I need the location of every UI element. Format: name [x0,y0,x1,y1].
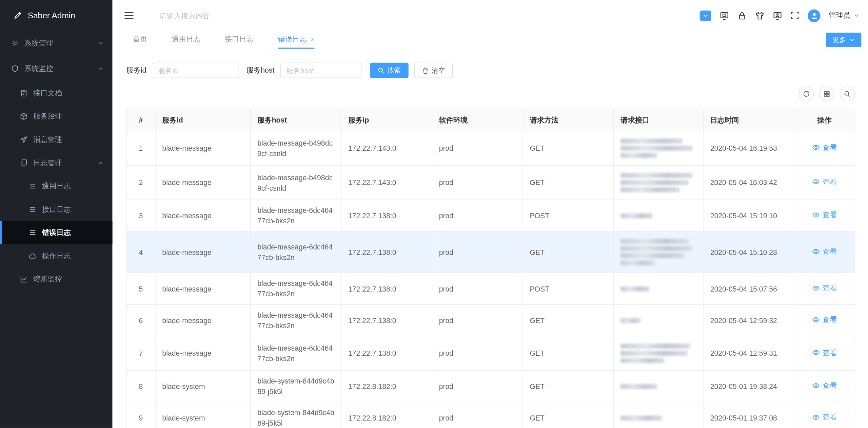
cell-service-ip: 172.22.7.143:0 [341,131,432,165]
column-settings-button[interactable] [819,87,834,101]
cell-time: 2020-05-04 15:07:56 [703,273,794,304]
sidebar-item-system-management[interactable]: 系统管理 [0,31,112,56]
cell-actions: 查看 [794,304,855,336]
view-link[interactable]: 查看 [812,380,837,391]
list-icon [29,182,37,190]
tab-api-log[interactable]: 接口日志 [225,31,254,49]
view-link[interactable]: 查看 [812,347,837,358]
view-link-label: 查看 [823,380,837,391]
sidebar-item-label: 操作日志 [42,251,71,261]
search-icon [844,90,851,97]
global-search-input[interactable] [158,11,327,20]
cell-method: GET [523,304,614,336]
refresh-button[interactable] [799,87,814,101]
cell-service-host: blade-message-6dc46477cb-bks2n [251,304,341,336]
sidebar-item-label: 错误日志 [42,228,71,238]
toggle-search-button[interactable] [840,87,855,101]
service-id-input[interactable] [152,62,239,78]
tab-error-log[interactable]: 错误日志 × [278,31,315,49]
main-content: 服务id 服务host 搜索 清空 [112,49,868,428]
sidebar-item-error-log[interactable]: 错误日志 [0,221,112,244]
cell-service-id: blade-message [155,273,251,304]
cell-method: GET [523,402,614,428]
table-row: 1 blade-message blade-message-b498dc9cf-… [126,131,855,165]
cell-api-masked [614,370,703,402]
cell-time: 2020-05-04 15:19:10 [703,200,794,231]
column-header: 日志时间 [703,109,794,131]
sidebar-item-general-log[interactable]: 通用日志 [0,174,112,198]
lock-icon[interactable] [737,11,747,20]
cell-env: prod [432,165,523,200]
view-link[interactable]: 查看 [812,210,837,220]
eye-icon [812,284,820,292]
tab-close-icon[interactable]: × [311,36,314,43]
more-button[interactable]: 更多 [826,33,861,47]
column-header: 服务ip [341,109,432,131]
service-id-label: 服务id [126,66,146,75]
eye-icon [812,178,820,186]
more-button-label: 更多 [833,35,846,45]
eye-icon [812,349,820,356]
cell-env: prod [432,131,523,165]
sidebar-item-log-management[interactable]: 日志管理 [0,151,112,175]
list-icon [29,229,37,237]
cell-service-ip: 172.22.7.138:0 [341,304,432,336]
cube-icon [20,112,28,120]
tab-general-log[interactable]: 通用日志 [172,31,200,49]
cell-api-masked [614,231,703,273]
cell-time: 2020-05-04 16:19:53 [703,131,794,165]
sidebar-item-service-governance[interactable]: 服务治理 [0,105,112,128]
menu-toggle-icon[interactable] [124,12,134,19]
table-toolbar [126,87,855,101]
user-menu[interactable]: 管理员 [829,11,859,20]
cell-method: GET [523,165,614,200]
view-link[interactable]: 查看 [812,283,837,293]
view-link[interactable]: 查看 [812,412,837,422]
table-row: 3 blade-message blade-message-6dc46477cb… [126,200,855,231]
cell-env: prod [432,273,523,304]
sidebar-item-circuit-monitor[interactable]: 熔断监控 [0,268,112,291]
trash-icon [422,67,429,74]
column-header: # [126,109,155,131]
cell-method: GET [523,336,614,370]
tab-home[interactable]: 首页 [133,31,147,49]
sidebar-item-message-management[interactable]: 消息管理 [0,128,112,151]
eye-icon [812,413,820,421]
sidebar-item-api-docs[interactable]: 接口文档 [0,81,112,105]
cell-actions: 查看 [794,231,855,273]
screen-icon[interactable] [719,11,729,20]
sidebar-item-api-log[interactable]: 接口日志 [0,198,112,221]
cell-index: 1 [126,131,155,165]
topbar-actions: 管理员 [700,9,868,22]
notice-icon[interactable] [700,10,711,21]
clear-button-label: 清空 [432,66,445,75]
app-title: Saber Admin [28,11,75,20]
view-link[interactable]: 查看 [812,142,837,153]
cell-index: 4 [126,231,155,273]
sidebar-item-label: 系统监控 [24,64,53,74]
view-link[interactable]: 查看 [812,314,837,325]
sidebar-item-label: 服务治理 [33,111,62,121]
tab-bar: 首页 通用日志 接口日志 错误日志 × 更多 [112,31,868,49]
display-user-icon[interactable] [773,11,782,20]
fullscreen-icon[interactable] [790,11,799,20]
cell-service-id: blade-system [155,370,251,402]
table-header-row: # 服务id 服务host 服务ip 软件环境 请求方法 请求接口 日志时间 操… [126,109,855,131]
avatar[interactable] [808,9,821,22]
search-button[interactable]: 搜索 [370,62,408,78]
theme-shirt-icon[interactable] [755,11,765,20]
view-link[interactable]: 查看 [812,246,837,257]
refresh-icon [803,90,810,97]
sidebar-item-operation-log[interactable]: 操作日志 [0,244,112,268]
sidebar-item-system-monitor[interactable]: 系统监控 [0,56,112,81]
sidebar-item-label: 系统管理 [24,38,53,48]
chevron-down-icon [849,37,854,42]
view-link[interactable]: 查看 [812,176,837,187]
service-host-input[interactable] [280,62,361,78]
shield-icon [11,65,19,73]
tab-label: 接口日志 [225,34,254,44]
table-row-highlighted: 4 blade-message blade-message-6dc46477cb… [126,231,855,273]
document-icon [20,89,28,97]
clear-button[interactable]: 清空 [414,62,453,78]
files-icon [20,159,28,167]
